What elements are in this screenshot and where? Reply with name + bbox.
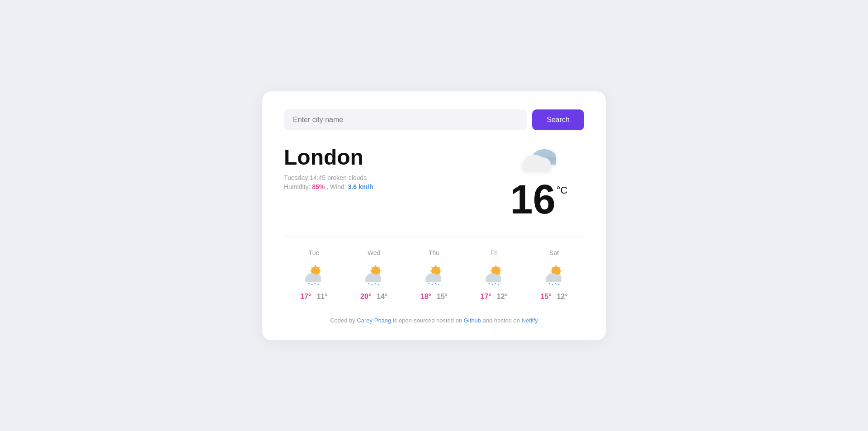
svg-line-64 [499,267,500,268]
svg-line-80 [559,273,560,275]
forecast-temps-fri: 17° 12° [481,293,508,301]
svg-point-55 [434,283,436,284]
weather-header: London Tuesday 14:45 broken clouds Humid… [284,145,584,220]
svg-point-19 [308,283,310,284]
search-row: london Search [284,109,584,130]
forecast-icon-thu [422,263,446,286]
temperature-value: 16 [510,179,556,220]
svg-point-56 [438,284,439,285]
high-tue: 17° [300,293,311,301]
svg-line-30 [379,267,380,268]
spacer: , [326,183,330,190]
footer-text-after: and hosted on [481,317,522,324]
forecast-temps-wed: 20° 14° [360,293,387,301]
day-label-sat: Sat [549,249,559,256]
current-weather: 16 °C [494,145,584,220]
svg-line-47 [439,267,440,268]
high-fri: 17° [481,293,491,301]
forecast-day-fri: Fri [464,249,524,301]
high-sat: 15° [540,293,551,301]
svg-line-81 [559,267,560,268]
svg-line-46 [439,273,440,275]
svg-point-71 [491,284,493,285]
high-thu: 18° [420,293,431,301]
svg-point-72 [495,283,496,284]
forecast-temps-thu: 18° 15° [420,293,448,301]
divider [284,236,584,237]
footer-github-link[interactable]: Github [464,317,481,324]
svg-rect-5 [523,165,551,171]
svg-point-87 [548,283,550,284]
search-button[interactable]: Search [532,109,584,130]
svg-rect-35 [365,279,381,282]
low-sat: 12° [557,293,568,301]
forecast-day-tue: Tue [284,249,344,301]
svg-point-70 [488,283,490,284]
low-fri: 12° [497,293,508,301]
footer-author-link[interactable]: Carey Phang [357,317,391,324]
svg-point-53 [428,283,429,284]
svg-point-20 [311,284,313,285]
forecast-icon-wed [362,263,386,286]
svg-line-79 [552,267,553,268]
svg-rect-86 [546,279,561,282]
svg-line-63 [499,273,500,275]
svg-line-11 [311,267,313,268]
day-label-wed: Wed [368,249,381,256]
temp-display: 16 °C [510,179,568,220]
svg-line-62 [491,267,493,268]
wind-value: 3.6 km/h [348,183,373,190]
city-info: London Tuesday 14:45 broken clouds Humid… [284,145,494,190]
low-tue: 11° [316,293,327,301]
footer-text-before: Coded by [330,317,357,324]
svg-point-73 [498,284,499,285]
svg-point-21 [315,283,316,284]
forecast-icon-tue [302,263,326,286]
low-thu: 15° [437,293,448,301]
footer-netlify-link[interactable]: Netlify [522,317,538,324]
svg-line-45 [431,267,433,268]
svg-point-39 [378,284,379,285]
svg-point-88 [552,284,553,285]
low-wed: 14° [377,293,387,301]
svg-rect-69 [486,279,501,282]
svg-point-22 [318,284,319,285]
forecast-day-thu: Thu [404,249,464,301]
svg-point-89 [555,283,556,284]
cloud-icon-large [516,145,561,175]
svg-line-28 [372,267,373,268]
svg-point-38 [375,283,376,284]
day-label-thu: Thu [429,249,439,256]
footer: Coded by Carey Phang is open-sourced hos… [284,317,584,324]
forecast-day-sat: Sat [524,249,584,301]
svg-point-54 [431,284,433,285]
city-datetime: Tuesday 14:45 broken clouds [284,174,494,181]
wind-label: Wind: [330,183,346,190]
high-wed: 20° [360,293,371,301]
svg-point-90 [558,284,559,285]
svg-point-36 [368,283,370,284]
forecast-day-wed: Wed [344,249,404,301]
svg-line-29 [379,273,380,275]
temp-unit: °C [557,185,568,195]
svg-point-37 [372,284,373,285]
svg-line-13 [319,267,320,268]
day-label-tue: Tue [309,249,320,256]
city-name: London [284,145,494,170]
svg-rect-18 [305,279,321,282]
forecast-row: Tue [284,249,584,301]
svg-line-12 [319,273,320,275]
weather-card: london Search London Tuesday 14:45 broke… [262,91,606,340]
footer-text-middle: is open-sourced hosted on [391,317,463,324]
svg-rect-52 [425,279,441,282]
search-input[interactable]: london [284,109,527,130]
forecast-temps-sat: 15° 12° [540,293,567,301]
city-meta: Humidity: 85% , Wind: 3.6 km/h [284,183,494,190]
day-label-fri: Fri [491,249,498,256]
humidity-value: 85% [312,183,325,190]
forecast-temps-tue: 17° 11° [300,293,327,301]
forecast-icon-sat [542,263,566,286]
humidity-label: Humidity: [284,183,310,190]
forecast-icon-fri [482,263,506,286]
